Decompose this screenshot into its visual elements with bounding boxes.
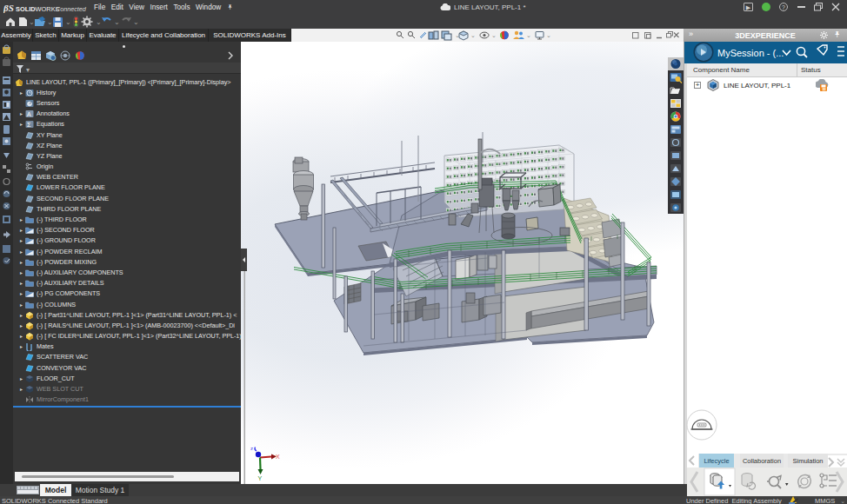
- svg-text:⌄: ⌄: [29, 18, 35, 26]
- svg-text:z: z: [250, 446, 253, 451]
- svg-text:⌄: ⌄: [114, 18, 120, 26]
- svg-text:⌄: ⌄: [133, 18, 139, 26]
- svg-text:X: X: [276, 454, 280, 460]
- svg-text:Σ: Σ: [27, 121, 31, 129]
- svg-text:⌄: ⌄: [96, 18, 102, 26]
- svg-text:▾: ▾: [26, 66, 30, 74]
- svg-text:Connected: Connected: [56, 5, 87, 13]
- svg-text:βS: βS: [3, 3, 14, 13]
- svg-text:A: A: [27, 111, 31, 117]
- svg-text:⌄: ⌄: [526, 32, 531, 38]
- svg-text:⌄: ⌄: [47, 18, 53, 26]
- svg-text:⌄: ⌄: [470, 32, 476, 38]
- svg-text:⌄: ⌄: [65, 18, 71, 26]
- svg-text:⌄: ⌄: [491, 32, 497, 38]
- svg-text:Y: Y: [258, 475, 263, 481]
- svg-text:SOLIDWORKS: SOLIDWORKS: [16, 5, 60, 13]
- svg-text:MySession - (...: MySession - (...: [717, 48, 784, 58]
- svg-text:⌄: ⌄: [546, 32, 551, 38]
